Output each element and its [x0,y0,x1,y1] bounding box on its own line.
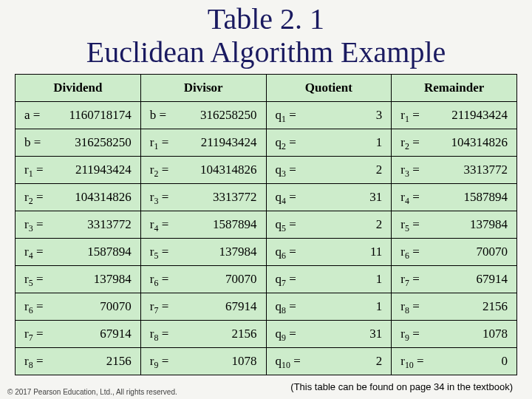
cell-value: 3313772 [213,190,257,205]
cell-label: r8 = [150,327,168,341]
equals-sign: = [33,327,44,341]
cell-label: r1 = [400,108,419,123]
equals-sign: = [286,327,296,341]
equals-sign: = [286,190,296,204]
cell-value: 1078 [482,327,508,341]
equals-sign: = [33,217,44,231]
cell-dividend: a =1160718174 [16,101,141,129]
cell-divisor: r1 =211943424 [140,129,266,156]
copyright-notice: © 2017 Pearson Education, Ltd., All righ… [7,388,177,396]
cell-value: 2156 [106,354,132,369]
cell-label: r2 = [150,163,168,177]
cell-value: 1078 [232,354,257,369]
cell-value: 1 [376,135,383,150]
equals-sign: = [286,299,296,313]
cell-label: q3 = [276,163,296,177]
cell-divisor: r8 =2156 [140,320,266,347]
cell-label: b = [24,135,41,150]
cell-label: r4 = [150,217,168,232]
cell-remainder: r8 =2156 [392,293,517,320]
header-remainder: Remainder [392,74,517,101]
cell-value: 137984 [470,217,508,232]
cell-dividend: r1 =211943424 [16,156,141,183]
cell-label: r4 = [400,190,419,205]
cell-remainder: r1 =211943424 [392,101,517,129]
cell-label: r8 = [400,299,419,314]
header-row: Dividend Divisor Quotient Remainder [16,74,517,101]
cell-dividend: r3 =3313772 [16,211,141,238]
equals-sign: = [33,245,44,259]
cell-value: 1587894 [213,217,257,232]
cell-quotient: q6 =11 [266,238,392,265]
cell-label: r1 = [24,163,43,177]
cell-value: 2156 [482,299,508,314]
cell-dividend: r5 =137984 [16,265,141,293]
cell-label: a = [24,108,40,123]
equals-sign: = [33,272,44,286]
table-row: r3 =3313772r4 =1587894q5 =2r5 =137984 [16,211,517,238]
cell-label: b = [150,108,166,123]
equals-sign: = [409,108,420,122]
cell-value: 3313772 [87,217,132,232]
cell-value: 2 [376,163,383,177]
cell-value: 2 [376,354,383,369]
header-quotient: Quotient [266,74,392,101]
equals-sign: = [33,354,44,368]
equals-sign: = [409,190,420,204]
cell-quotient: q4 =31 [266,183,392,211]
equals-sign: = [33,299,44,313]
slide-title: Table 2. 1 Euclidean Algorithm Example [15,3,517,69]
cell-divisor: r9 =1078 [140,347,266,375]
cell-divisor: r7 =67914 [140,293,266,320]
cell-label: q8 = [276,299,296,314]
cell-divisor: r3 =3313772 [140,183,266,211]
cell-label: r7 = [24,327,43,341]
cell-dividend: r8 =2156 [16,347,141,375]
cell-value: 2 [376,217,383,232]
cell-dividend: r6 =70070 [16,293,141,320]
cell-value: 70070 [100,299,132,314]
cell-label: q7 = [276,272,296,287]
cell-value: 67914 [100,327,132,341]
cell-quotient: q1 =3 [266,101,392,129]
equals-sign: = [286,108,296,122]
cell-value: 316258250 [75,135,132,150]
cell-label: r5 = [24,272,43,287]
table-row: r4 =1587894r5 =137984q6 =11r6 =70070 [16,238,517,265]
cell-value: 1 [376,272,383,287]
cell-divisor: r5 =137984 [140,238,266,265]
cell-label: r9 = [150,354,168,369]
equals-sign: = [158,190,168,204]
cell-label: q9 = [276,327,296,341]
euclidean-table: Dividend Divisor Quotient Remainder a =1… [15,74,517,375]
cell-label: r7 = [150,299,168,314]
cell-value: 137984 [219,245,257,259]
cell-value: 3 [376,108,383,123]
cell-label: r3 = [24,217,43,232]
table-row: r8 =2156r9 =1078q10 =2r10 =0 [16,347,517,375]
equals-sign: = [286,272,296,286]
equals-sign: = [414,354,424,368]
cell-dividend: b =316258250 [16,129,141,156]
cell-dividend: r2 =104314826 [16,183,141,211]
cell-divisor: r6 =70070 [140,265,266,293]
cell-dividend: r4 =1587894 [16,238,141,265]
cell-remainder: r7 =67914 [392,265,517,293]
equals-sign: = [158,354,168,368]
equals-sign: = [286,163,296,177]
cell-remainder: r4 =1587894 [392,183,517,211]
cell-value: 31 [369,327,382,341]
equals-sign: = [158,327,168,341]
cell-value: 31 [369,190,382,205]
equals-sign: = [158,299,168,313]
cell-remainder: r10 =0 [392,347,517,375]
cell-value: 104314826 [75,190,132,205]
table-row: r6 =70070r7 =67914q8 =1r8 =2156 [16,293,517,320]
cell-remainder: r3 =3313772 [392,156,517,183]
cell-quotient: q8 =1 [266,293,392,320]
cell-value: 104314826 [200,163,257,177]
cell-label: r2 = [24,190,43,205]
cell-value: 1587894 [87,245,132,259]
cell-value: 211943424 [451,108,508,123]
cell-value: 3313772 [464,163,508,177]
